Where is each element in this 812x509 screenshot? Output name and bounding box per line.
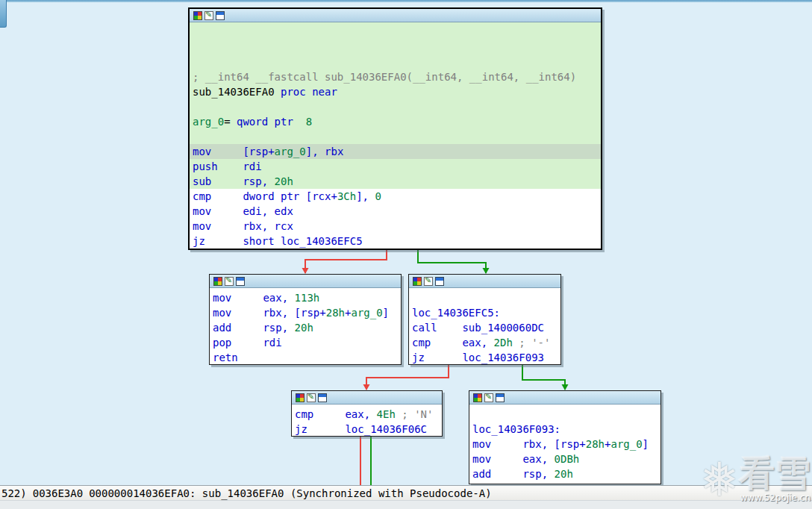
edit-node-icon[interactable] — [225, 277, 234, 286]
node-body: loc_14036F093:mov rbx, [rsp+28h+arg_0]mo… — [469, 405, 660, 481]
graph-canvas[interactable]: ; __int64 __fastcall sub_14036EFA0(__int… — [0, 0, 812, 509]
open-window-icon[interactable] — [216, 11, 225, 20]
code-line[interactable]: mov eax, 113h — [213, 290, 401, 305]
graph-node-3[interactable]: cmp eax, 4Eh ; 'N'jz loc_14036F06C — [291, 390, 443, 437]
node-titlebar[interactable] — [190, 9, 601, 22]
open-window-icon[interactable] — [496, 393, 505, 402]
edit-node-icon[interactable] — [484, 393, 493, 402]
edit-node-icon[interactable] — [307, 393, 316, 402]
code-line[interactable]: add rsp, 20h — [213, 320, 401, 335]
code-line[interactable]: jz short loc_14036EFC5 — [193, 234, 601, 249]
node-color-icon[interactable] — [413, 277, 422, 286]
code-line[interactable] — [193, 25, 601, 40]
code-line[interactable]: ; __int64 __fastcall sub_14036EFA0(__int… — [193, 69, 601, 84]
code-line[interactable]: jz loc_14036F093 — [412, 350, 560, 365]
code-line[interactable]: mov rbx, [rsp+28h+arg_0] — [213, 305, 401, 320]
status-main-text: 000000014036EFA0: sub_14036EFA0 (Synchro… — [89, 487, 491, 499]
code-line[interactable]: add rsp, 20h — [472, 466, 660, 481]
code-line[interactable] — [193, 129, 601, 144]
node-color-icon[interactable] — [473, 393, 482, 402]
code-line[interactable] — [193, 99, 601, 114]
code-line[interactable]: call sub_1400060DC — [412, 320, 560, 335]
open-window-icon[interactable] — [236, 277, 245, 286]
graph-node-4[interactable]: loc_14036F093:mov rbx, [rsp+28h+arg_0]mo… — [469, 390, 661, 484]
code-line[interactable]: retn — [213, 350, 401, 365]
open-window-icon[interactable] — [318, 393, 327, 402]
code-line[interactable]: arg_0= qword ptr 8 — [193, 114, 601, 129]
window-bottom-edge — [0, 500, 812, 509]
code-line[interactable]: pop rdi — [213, 335, 401, 350]
code-line[interactable]: mov rbx, rcx — [193, 219, 601, 234]
status-address-short: 0036E3A0 — [33, 487, 83, 499]
node-body: loc_14036EFC5:call sub_1400060DCcmp eax,… — [409, 288, 560, 365]
code-line[interactable] — [193, 54, 601, 69]
edit-node-icon[interactable] — [204, 11, 213, 20]
code-line[interactable]: mov eax, 0DBh — [472, 452, 660, 466]
status-line-number: 522) — [1, 487, 27, 499]
code-line[interactable]: push rdi — [193, 159, 601, 174]
edit-node-icon[interactable] — [424, 277, 433, 286]
code-line[interactable]: mov rbx, [rsp+28h+arg_0] — [472, 437, 660, 452]
node-color-icon[interactable] — [193, 11, 202, 20]
code-line[interactable]: mov [rsp+arg_0], rbx — [193, 144, 601, 159]
node-body: mov eax, 113hmov rbx, [rsp+28h+arg_0]add… — [210, 288, 401, 365]
code-line[interactable]: sub rsp, 20h — [193, 174, 601, 189]
graph-node-2[interactable]: loc_14036EFC5:call sub_1400060DCcmp eax,… — [408, 274, 561, 365]
node-titlebar[interactable] — [292, 391, 442, 405]
code-line[interactable]: loc_14036F093: — [472, 422, 660, 437]
code-line[interactable]: cmp eax, 2Dh ; '-' — [412, 335, 560, 350]
code-line[interactable]: cmp dword ptr [rcx+3Ch], 0 — [193, 189, 601, 204]
status-bar: 522) 0036E3A0 000000014036EFA0: sub_1403… — [0, 485, 812, 500]
code-line[interactable]: cmp eax, 4Eh ; 'N' — [295, 407, 442, 422]
node-color-icon[interactable] — [213, 277, 222, 286]
node-body: ; __int64 __fastcall sub_14036EFA0(__int… — [190, 22, 601, 249]
graph-node-1[interactable]: mov eax, 113hmov rbx, [rsp+28h+arg_0]add… — [209, 274, 402, 365]
node-titlebar[interactable] — [210, 275, 401, 288]
code-line[interactable]: loc_14036EFC5: — [412, 305, 560, 320]
code-line[interactable] — [193, 40, 601, 54]
node-titlebar[interactable] — [409, 275, 560, 288]
graph-node-0[interactable]: ; __int64 __fastcall sub_14036EFA0(__int… — [188, 7, 602, 250]
code-line[interactable] — [472, 407, 660, 422]
open-window-icon[interactable] — [435, 277, 444, 286]
code-line[interactable]: jz loc_14036F06C — [295, 422, 442, 437]
code-line[interactable]: mov edi, edx — [193, 204, 601, 219]
node-color-icon[interactable] — [296, 393, 304, 402]
code-line[interactable] — [412, 290, 560, 305]
node-body: cmp eax, 4Eh ; 'N'jz loc_14036F06C — [292, 405, 442, 437]
ida-graph-view: ; __int64 __fastcall sub_14036EFA0(__int… — [0, 0, 812, 509]
node-titlebar[interactable] — [469, 391, 660, 405]
code-line[interactable]: sub_14036EFA0 proc near — [193, 84, 601, 99]
